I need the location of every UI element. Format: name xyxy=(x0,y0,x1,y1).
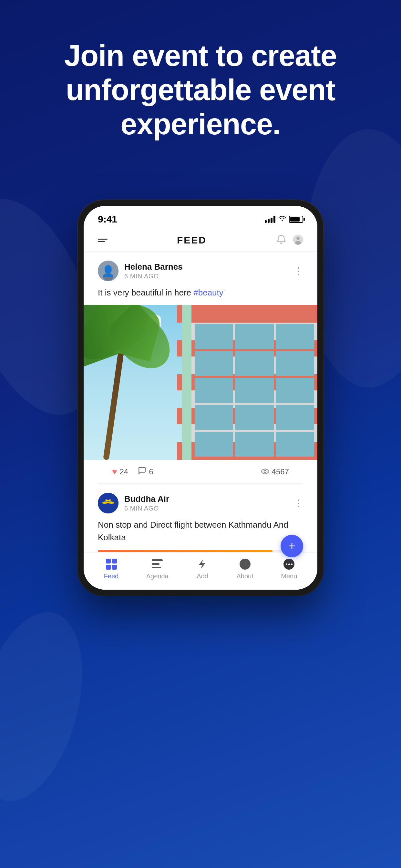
feed-icon xyxy=(105,558,118,570)
avatar-image-buddha xyxy=(98,493,119,514)
status-time: 9:41 xyxy=(98,214,117,225)
phone-frame: 9:41 xyxy=(78,200,323,595)
post-text-1: It is very beautiful in here #beauty xyxy=(98,286,303,299)
notification-bell-icon[interactable] xyxy=(276,235,286,246)
menu-icon[interactable] xyxy=(98,239,107,242)
avatar-helena xyxy=(98,260,119,281)
svg-point-4 xyxy=(105,265,112,272)
feed-nav-label: Feed xyxy=(104,572,119,580)
likes-count: 24 xyxy=(120,467,128,476)
window xyxy=(195,324,233,349)
phone-mockup: 9:41 xyxy=(78,200,323,595)
heart-icon: ♥ xyxy=(112,467,117,476)
menu-nav-label: Menu xyxy=(281,572,297,580)
user-avatar-icon[interactable] xyxy=(293,235,303,246)
comment-button[interactable]: 6 xyxy=(138,466,153,477)
window xyxy=(235,324,274,349)
window xyxy=(276,432,314,457)
view-count: 4567 xyxy=(261,467,289,476)
feed-content: Helena Barnes 6 MIN AGO ⋮ It is very bea… xyxy=(84,252,317,552)
fab-add-button[interactable]: + xyxy=(281,535,303,557)
window xyxy=(195,378,233,403)
avatar-image xyxy=(98,260,119,281)
nav-item-feed[interactable]: Feed xyxy=(104,558,119,580)
svg-rect-9 xyxy=(152,563,159,565)
post-more-icon-1[interactable]: ⋮ xyxy=(294,266,303,276)
post-more-icon-2[interactable]: ⋮ xyxy=(294,498,303,508)
user-info-buddha: Buddha Air 6 MIN AGO xyxy=(124,494,169,512)
window xyxy=(195,351,233,376)
like-button[interactable]: ♥ 24 xyxy=(112,467,128,476)
status-icons xyxy=(265,215,303,223)
views-count: 4567 xyxy=(272,467,289,476)
user-name-2: Buddha Air xyxy=(124,494,169,504)
comment-icon xyxy=(138,466,146,477)
svg-point-1 xyxy=(297,237,300,240)
add-nav-label: Add xyxy=(197,572,208,580)
bg-decoration-bottom xyxy=(0,600,101,812)
wifi-icon xyxy=(279,215,286,223)
add-icon xyxy=(196,558,209,570)
bottom-navigation: Feed Agenda xyxy=(84,552,317,590)
building-scene xyxy=(84,305,317,460)
window xyxy=(276,351,314,376)
window xyxy=(276,324,314,349)
building-side-stripe xyxy=(182,305,191,460)
post-header-2: Buddha Air 6 MIN AGO ⋮ xyxy=(98,493,303,514)
menu-dots-icon xyxy=(282,558,296,570)
phone-screen: 9:41 xyxy=(84,206,317,590)
nav-item-agenda[interactable]: Agenda xyxy=(146,558,168,580)
post-text-2: Non stop and Direct flight between Kathm… xyxy=(98,519,303,544)
agenda-icon xyxy=(151,558,164,570)
post-user-2: Buddha Air 6 MIN AGO xyxy=(98,493,169,514)
svg-rect-10 xyxy=(152,567,161,568)
nav-item-about[interactable]: About xyxy=(237,558,253,580)
comments-count: 6 xyxy=(149,467,153,476)
window xyxy=(235,351,274,376)
svg-point-5 xyxy=(103,273,113,281)
action-left: ♥ 24 6 xyxy=(112,466,153,477)
building-facade xyxy=(182,305,317,460)
window xyxy=(195,432,233,457)
app-header: FEED xyxy=(84,228,317,252)
window xyxy=(195,405,233,430)
nav-item-add[interactable]: Add xyxy=(196,558,209,580)
about-nav-label: About xyxy=(237,572,253,580)
about-icon xyxy=(239,558,251,570)
app-title: FEED xyxy=(177,235,207,246)
page-headline: Join event to create unforgettable event… xyxy=(26,39,375,141)
post-time-1: 6 MIN AGO xyxy=(124,273,183,280)
balcony-1 xyxy=(177,305,317,322)
post-image-1 xyxy=(84,305,317,460)
battery-icon xyxy=(289,216,303,223)
post-actions-1: ♥ 24 6 xyxy=(98,460,303,484)
window xyxy=(235,405,274,430)
svg-point-6 xyxy=(264,470,266,472)
status-bar: 9:41 xyxy=(84,206,317,228)
svg-rect-8 xyxy=(152,559,163,561)
window-grid xyxy=(195,324,314,457)
window xyxy=(235,432,274,457)
post-user-1: Helena Barnes 6 MIN AGO xyxy=(98,260,183,281)
post-card-1: Helena Barnes 6 MIN AGO ⋮ It is very bea… xyxy=(84,252,317,484)
window xyxy=(235,378,274,403)
avatar-buddha-air xyxy=(98,493,119,514)
window xyxy=(276,378,314,403)
post-header-1: Helena Barnes 6 MIN AGO ⋮ xyxy=(98,260,303,281)
svg-point-2 xyxy=(295,241,301,245)
window xyxy=(276,405,314,430)
header-section: Join event to create unforgettable event… xyxy=(0,39,401,141)
agenda-nav-label: Agenda xyxy=(146,572,168,580)
eye-icon xyxy=(261,467,269,476)
user-name-1: Helena Barnes xyxy=(124,262,183,272)
nav-item-menu[interactable]: Menu xyxy=(281,558,297,580)
user-info-helena: Helena Barnes 6 MIN AGO xyxy=(124,262,183,280)
signal-icon xyxy=(265,216,275,223)
hashtag-1[interactable]: #beauty xyxy=(193,288,223,298)
header-actions xyxy=(276,235,303,246)
post-time-2: 6 MIN AGO xyxy=(124,505,169,512)
